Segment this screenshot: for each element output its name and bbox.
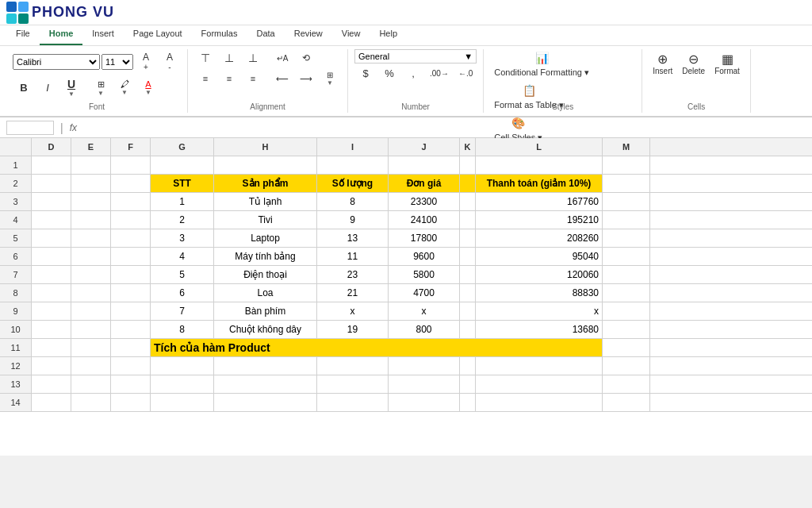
cell-d2[interactable]	[32, 175, 71, 192]
row-header-8[interactable]: 8	[0, 284, 32, 302]
cell-j13[interactable]	[389, 375, 460, 393]
align-right-btn[interactable]: ≡	[242, 71, 264, 86]
cell-d4[interactable]	[32, 211, 71, 229]
fill-color-btn[interactable]: 🖍 ▼	[113, 77, 136, 98]
cell-g3[interactable]: 1	[151, 193, 214, 210]
cell-d6[interactable]	[32, 248, 71, 265]
cell-l4[interactable]: 195210	[476, 211, 603, 229]
cell-f5[interactable]	[111, 229, 151, 247]
cell-l5[interactable]: 208260	[476, 229, 603, 247]
tab-help[interactable]: Help	[370, 25, 407, 45]
cell-e6[interactable]	[71, 248, 111, 265]
cell-e7[interactable]	[71, 266, 111, 283]
cell-f1[interactable]	[111, 156, 151, 174]
cell-footer-label[interactable]: Tích của hàm Product	[151, 339, 603, 356]
cell-l7[interactable]: 120060	[476, 266, 603, 283]
tab-page-layout[interactable]: Page Layout	[124, 25, 192, 45]
cell-j14[interactable]	[389, 394, 460, 411]
underline-btn[interactable]: U ▼	[60, 75, 82, 100]
conditional-formatting-btn[interactable]: 📊 Conditional Formatting ▾	[490, 49, 593, 80]
cell-m11[interactable]	[603, 339, 650, 356]
tab-insert[interactable]: Insert	[82, 25, 124, 45]
cell-l14[interactable]	[476, 394, 603, 411]
cell-d7[interactable]	[32, 266, 71, 283]
cell-m6[interactable]	[603, 248, 650, 265]
align-center-btn[interactable]: ≡	[218, 71, 240, 86]
cell-e5[interactable]	[71, 229, 111, 247]
col-header-k[interactable]: K	[460, 138, 476, 156]
cell-i10[interactable]: 19	[317, 321, 389, 338]
cell-i4[interactable]: 9	[317, 211, 389, 229]
cell-h9[interactable]: Bàn phím	[214, 302, 317, 320]
row-header-3[interactable]: 3	[0, 193, 32, 210]
row-header-2[interactable]: 2	[0, 175, 32, 192]
cell-soluong-header[interactable]: Số lượng	[317, 175, 389, 192]
cell-m7[interactable]	[603, 266, 650, 283]
cell-dongia-header[interactable]: Đơn giá	[389, 175, 460, 192]
insert-btn[interactable]: ⊕ Insert	[649, 49, 676, 78]
merge-cells-btn[interactable]: ⊞ ▼	[319, 68, 341, 89]
cell-e11[interactable]	[71, 339, 111, 356]
decrease-font-btn[interactable]: A-	[159, 49, 181, 74]
middle-align-btn[interactable]: ⊥	[218, 49, 240, 67]
cell-d10[interactable]	[32, 321, 71, 338]
cell-m14[interactable]	[603, 394, 650, 411]
cell-k4[interactable]	[460, 211, 476, 229]
cell-k13[interactable]	[460, 375, 476, 393]
cell-m3[interactable]	[603, 193, 650, 210]
cell-g6[interactable]: 4	[151, 248, 214, 265]
cell-h10[interactable]: Chuột không dây	[214, 321, 317, 338]
cell-j1[interactable]	[389, 156, 460, 174]
cell-sanpham-header[interactable]: Sản phẩm	[214, 175, 317, 192]
rotate-text-btn[interactable]: ⟲	[295, 50, 317, 66]
cell-i8[interactable]: 21	[317, 284, 389, 302]
font-size-select[interactable]: 11	[102, 54, 133, 70]
cell-h6[interactable]: Máy tính bảng	[214, 248, 317, 265]
cell-d12[interactable]	[32, 357, 71, 375]
cell-e9[interactable]	[71, 302, 111, 320]
cell-m9[interactable]	[603, 302, 650, 320]
cell-j12[interactable]	[389, 357, 460, 375]
decrease-decimal-btn[interactable]: ←.0	[454, 67, 477, 80]
cell-e12[interactable]	[71, 357, 111, 375]
cell-j4[interactable]: 24100	[389, 211, 460, 229]
col-header-e[interactable]: E	[71, 138, 111, 156]
cell-j8[interactable]: 4700	[389, 284, 460, 302]
cell-m12[interactable]	[603, 357, 650, 375]
cell-j3[interactable]: 23300	[389, 193, 460, 210]
cell-e10[interactable]	[71, 321, 111, 338]
cell-f3[interactable]	[111, 193, 151, 210]
border-btn[interactable]: ⊞ ▼	[90, 77, 112, 99]
cell-g13[interactable]	[151, 375, 214, 393]
decrease-indent-btn[interactable]: ⟵	[271, 71, 293, 87]
cell-m13[interactable]	[603, 375, 650, 393]
cell-k8[interactable]	[460, 284, 476, 302]
cell-d5[interactable]	[32, 229, 71, 247]
cell-i14[interactable]	[317, 394, 389, 411]
cell-e8[interactable]	[71, 284, 111, 302]
increase-font-btn[interactable]: A+	[135, 49, 157, 74]
row-header-11[interactable]: 11	[0, 339, 32, 356]
cell-h12[interactable]	[214, 357, 317, 375]
tab-review[interactable]: Review	[285, 25, 332, 45]
cell-e14[interactable]	[71, 394, 111, 411]
row-header-7[interactable]: 7	[0, 266, 32, 283]
cell-e4[interactable]	[71, 211, 111, 229]
cell-i13[interactable]	[317, 375, 389, 393]
cell-g4[interactable]: 2	[151, 211, 214, 229]
top-align-btn[interactable]: ⊤	[194, 49, 216, 67]
cell-d9[interactable]	[32, 302, 71, 320]
cell-h8[interactable]: Loa	[214, 284, 317, 302]
tab-file[interactable]: File	[6, 25, 40, 45]
row-header-1[interactable]: 1	[0, 156, 32, 174]
delete-btn[interactable]: ⊖ Delete	[678, 49, 709, 78]
cell-k6[interactable]	[460, 248, 476, 265]
spreadsheet-body[interactable]: D E F G H I J K L M 1 2	[0, 138, 812, 456]
italic-btn[interactable]: I	[36, 79, 59, 96]
cell-k3[interactable]	[460, 193, 476, 210]
cell-d13[interactable]	[32, 375, 71, 393]
cell-k12[interactable]	[460, 357, 476, 375]
cell-f9[interactable]	[111, 302, 151, 320]
cell-k9[interactable]	[460, 302, 476, 320]
align-left-btn[interactable]: ≡	[194, 71, 216, 86]
